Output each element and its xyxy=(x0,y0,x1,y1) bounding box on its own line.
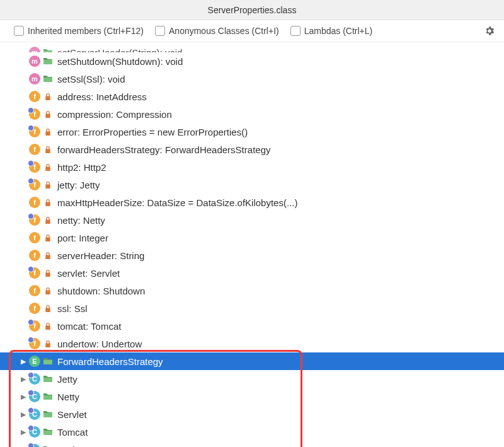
lock-icon xyxy=(43,304,52,313)
lambdas-label: Lambdas (Ctrl+L) xyxy=(304,26,373,36)
tree-row-label: tomcat: Tomcat xyxy=(57,321,121,332)
window-title: ServerProperties.class xyxy=(0,0,504,20)
class-icon: C xyxy=(29,391,40,402)
tree-row[interactable]: fserverHeader: String xyxy=(0,247,504,264)
tree-row[interactable]: ▶CServlet xyxy=(0,405,504,423)
tree-row[interactable]: ▶CJetty xyxy=(0,370,504,388)
class-icon: C xyxy=(29,426,40,438)
field-icon: f xyxy=(29,161,40,173)
tree-row[interactable]: fforwardHeadersStrategy: ForwardHeadersS… xyxy=(0,141,504,158)
field-icon: f xyxy=(29,179,40,190)
tree-row[interactable]: msetShutdown(Shutdown): void xyxy=(0,52,504,70)
tree-row-label: setServerHeader(String): void xyxy=(57,47,182,53)
lock-icon xyxy=(43,198,52,207)
method-icon: m xyxy=(29,73,40,84)
tree-row[interactable]: fservlet: Servlet xyxy=(0,264,504,282)
lock-icon xyxy=(43,180,52,189)
field-icon: f xyxy=(29,126,40,137)
field-icon: f xyxy=(29,303,40,314)
checkbox-icon xyxy=(155,26,165,36)
expand-arrow-icon[interactable]: ▶ xyxy=(18,357,29,366)
folder-icon xyxy=(43,427,52,436)
filter-toolbar: Inherited members (Ctrl+F12) Anonymous C… xyxy=(0,20,504,42)
folder-icon xyxy=(43,57,52,66)
field-icon: f xyxy=(29,144,40,155)
checkbox-icon xyxy=(290,26,301,36)
field-icon: f xyxy=(29,320,40,332)
tree-row[interactable]: fport: Integer xyxy=(0,229,504,247)
enum-icon: E xyxy=(29,356,40,367)
tree-row-label: maxHttpHeaderSize: DataSize = DataSize.o… xyxy=(57,197,297,208)
tree-row[interactable]: msetServerHeader(String): void xyxy=(0,44,504,52)
tree-row[interactable]: ▶CUndertow xyxy=(0,441,504,447)
tree-row-label: serverHeader: String xyxy=(57,250,144,261)
field-icon: f xyxy=(29,232,40,243)
lock-icon xyxy=(43,216,52,224)
tree-row[interactable]: fcompression: Compression xyxy=(0,105,504,123)
class-icon: C xyxy=(29,444,40,447)
tree-row-label: setShutdown(Shutdown): void xyxy=(57,56,183,67)
folder-icon xyxy=(43,48,52,52)
tree-row[interactable]: fundertow: Undertow xyxy=(0,335,504,352)
tree-row-label: port: Integer xyxy=(57,233,108,243)
tree-row[interactable]: ferror: ErrorProperties = new ErrorPrope… xyxy=(0,123,504,141)
lock-icon xyxy=(43,286,52,295)
tree-row[interactable]: fssl: Ssl xyxy=(0,299,504,317)
tree-row[interactable]: ▶CTomcat xyxy=(0,423,504,441)
tree-row[interactable]: faddress: InetAddress xyxy=(0,88,504,105)
tree-row[interactable]: ▶CNetty xyxy=(0,388,504,405)
tree-row-label: jetty: Jetty xyxy=(57,180,100,190)
tree-row-label: setSsl(Ssl): void xyxy=(57,74,125,84)
tree-row-label: undertow: Undertow xyxy=(57,339,142,349)
structure-tree[interactable]: msetServerHeader(String): voidmsetShutdo… xyxy=(0,42,504,447)
tree-row-label: Netty xyxy=(57,392,79,402)
field-icon: f xyxy=(29,214,40,226)
tree-row-label: Servlet xyxy=(57,409,87,420)
field-icon: f xyxy=(29,267,40,279)
tree-row-label: address: InetAddress xyxy=(57,91,147,102)
method-icon: m xyxy=(29,47,40,52)
field-icon: f xyxy=(29,250,40,261)
tree-row-label: servlet: Servlet xyxy=(57,268,120,279)
field-icon: f xyxy=(29,285,40,296)
tree-row-label: http2: Http2 xyxy=(57,162,106,173)
field-icon: f xyxy=(29,108,40,120)
lock-icon xyxy=(43,269,52,277)
checkbox-icon xyxy=(14,26,24,36)
folder-icon xyxy=(43,374,52,383)
tree-row[interactable]: fmaxHttpHeaderSize: DataSize = DataSize.… xyxy=(0,194,504,211)
tree-row-label: ssl: Ssl xyxy=(57,303,88,314)
tree-row-label: Jetty xyxy=(57,374,77,385)
class-icon: C xyxy=(29,409,40,420)
field-icon: f xyxy=(29,338,40,349)
folder-icon xyxy=(43,392,52,401)
tree-row-label: shutdown: Shutdown xyxy=(57,286,145,296)
tree-row[interactable]: fnetty: Netty xyxy=(0,211,504,229)
tree-row[interactable]: msetSsl(Ssl): void xyxy=(0,70,504,88)
anonymous-classes-label: Anonymous Classes (Ctrl+I) xyxy=(169,26,279,36)
inherited-members-checkbox[interactable]: Inherited members (Ctrl+F12) xyxy=(14,26,144,36)
method-icon: m xyxy=(29,55,40,67)
tree-row[interactable]: fshutdown: Shutdown xyxy=(0,282,504,299)
tree-row-label: ForwardHeadersStrategy xyxy=(57,356,163,367)
folder-icon xyxy=(43,74,52,83)
folder-icon xyxy=(43,357,52,366)
tree-row-label: Undertow xyxy=(57,444,98,448)
tree-row[interactable]: ▶EForwardHeadersStrategy xyxy=(0,352,504,370)
lock-icon xyxy=(43,110,52,119)
lock-icon xyxy=(43,322,52,330)
tree-row-label: netty: Netty xyxy=(57,215,105,226)
field-icon: f xyxy=(29,91,40,102)
gear-icon[interactable] xyxy=(484,25,495,37)
tree-row[interactable]: fhttp2: Http2 xyxy=(0,158,504,176)
inherited-members-label: Inherited members (Ctrl+F12) xyxy=(28,26,144,36)
lock-icon xyxy=(43,145,52,154)
lambdas-checkbox[interactable]: Lambdas (Ctrl+L) xyxy=(290,26,373,36)
tree-row-label: compression: Compression xyxy=(57,109,172,120)
tree-row[interactable]: ftomcat: Tomcat xyxy=(0,317,504,335)
lock-icon xyxy=(43,127,52,136)
lock-icon xyxy=(43,339,52,348)
tree-row[interactable]: fjetty: Jetty xyxy=(0,176,504,194)
folder-icon xyxy=(43,410,52,419)
anonymous-classes-checkbox[interactable]: Anonymous Classes (Ctrl+I) xyxy=(155,26,279,36)
